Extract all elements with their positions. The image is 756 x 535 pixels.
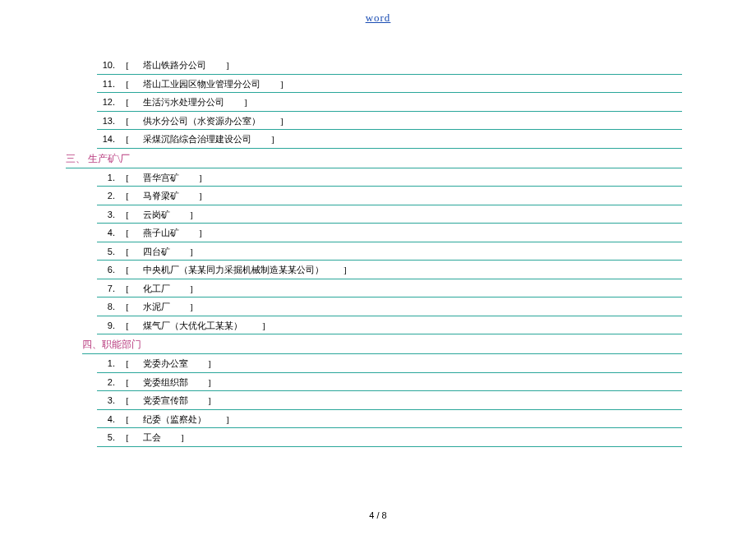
bracket-right: ] xyxy=(161,431,184,445)
bracket-right: ] xyxy=(170,300,193,314)
item-text: 化工厂 xyxy=(136,282,170,296)
item-number: 2. xyxy=(97,189,118,203)
item-text: 马脊梁矿 xyxy=(136,189,179,203)
item-number: 14. xyxy=(97,132,118,146)
bracket-left: [ xyxy=(118,357,136,371)
item-number: 7. xyxy=(97,282,118,296)
bracket-right: ] xyxy=(206,413,229,427)
bracket-left: [ xyxy=(118,132,136,146)
page-footer: 4 / 8 xyxy=(0,510,756,520)
document-content: 10.[塔山铁路分公司]11.[塔山工业园区物业管理分公司]12.[生活污水处理… xyxy=(0,39,756,447)
list-item: 1.[晋华宫矿] xyxy=(97,168,682,187)
bracket-left: [ xyxy=(118,263,136,277)
list-item: 4.[燕子山矿] xyxy=(97,224,682,242)
bracket-right: ] xyxy=(179,171,202,185)
word-link[interactable]: word xyxy=(366,12,391,24)
bracket-right: ] xyxy=(188,376,211,390)
bracket-left: [ xyxy=(118,300,136,314)
list-item: 12.[生活污水处理分公司] xyxy=(97,93,682,112)
item-text: 燕子山矿 xyxy=(136,226,179,240)
bracket-right: ] xyxy=(170,282,193,296)
item-text: 生活污水处理分公司 xyxy=(136,95,224,109)
item-text: 党委组织部 xyxy=(136,376,188,390)
list-item: 3.[党委宣传部] xyxy=(97,391,682,410)
item-text: 党委宣传部 xyxy=(136,394,188,408)
page-total: 8 xyxy=(382,510,387,520)
bracket-left: [ xyxy=(118,77,136,91)
item-text: 纪委（监察处） xyxy=(136,413,206,427)
bracket-right: ] xyxy=(179,189,202,203)
bracket-right: ] xyxy=(224,95,247,109)
list-item: 13.[供水分公司（水资源办公室）] xyxy=(97,112,682,131)
item-number: 11. xyxy=(97,77,118,91)
header-link-wrap: word xyxy=(0,0,756,39)
item-text: 四台矿 xyxy=(136,245,170,259)
bracket-right: ] xyxy=(188,357,211,371)
list-item: 3.[云岗矿] xyxy=(97,205,682,224)
bracket-right: ] xyxy=(260,77,284,91)
item-number: 1. xyxy=(97,357,118,371)
bracket-right: ] xyxy=(170,245,193,259)
item-number: 13. xyxy=(97,114,118,128)
item-text: 水泥厂 xyxy=(136,300,170,314)
bracket-left: [ xyxy=(118,95,136,109)
bracket-left: [ xyxy=(118,171,136,185)
item-number: 3. xyxy=(97,394,118,408)
list-item: 10.[塔山铁路分公司] xyxy=(97,56,682,75)
item-number: 5. xyxy=(97,245,118,259)
item-number: 8. xyxy=(97,300,118,314)
bracket-right: ] xyxy=(188,394,211,408)
list-item: 1.[党委办公室] xyxy=(97,354,682,373)
item-number: 3. xyxy=(97,208,118,222)
item-number: 12. xyxy=(97,95,118,109)
list-item: 2.[马脊梁矿] xyxy=(97,187,682,205)
bracket-left: [ xyxy=(118,376,136,390)
bracket-left: [ xyxy=(118,319,136,333)
bracket-left: [ xyxy=(118,431,136,445)
bracket-right: ] xyxy=(242,319,265,333)
list-item: 8.[水泥厂] xyxy=(97,297,682,316)
bracket-right: ] xyxy=(251,132,274,146)
bracket-left: [ xyxy=(118,413,136,427)
bracket-right: ] xyxy=(170,208,193,222)
item-number: 9. xyxy=(97,319,118,333)
list-item: 2.[党委组织部] xyxy=(97,373,682,392)
bracket-left: [ xyxy=(118,189,136,203)
bracket-left: [ xyxy=(118,226,136,240)
item-text: 塔山铁路分公司 xyxy=(136,58,206,72)
page-sep: / xyxy=(374,510,381,520)
section-title: 四、职能部门 xyxy=(82,334,682,354)
item-number: 4. xyxy=(97,226,118,240)
bracket-left: [ xyxy=(118,58,136,72)
bracket-left: [ xyxy=(118,208,136,222)
list-item: 14.[采煤沉陷综合治理建设公司] xyxy=(97,130,682,149)
item-text: 党委办公室 xyxy=(136,357,188,371)
list-item: 7.[化工厂] xyxy=(97,279,682,298)
item-text: 工会 xyxy=(136,431,161,445)
bracket-right: ] xyxy=(179,226,202,240)
item-number: 6. xyxy=(97,263,118,277)
list-item: 4.[纪委（监察处）] xyxy=(97,410,682,429)
list-item: 9.[煤气厂（大优化工某某）] xyxy=(97,316,682,335)
item-number: 1. xyxy=(97,171,118,185)
bracket-left: [ xyxy=(118,394,136,408)
bracket-right: ] xyxy=(260,114,284,128)
item-text: 中央机厂（某某同力采掘机械制造某某公司） xyxy=(136,263,324,277)
item-number: 4. xyxy=(97,413,118,427)
bracket-right: ] xyxy=(206,58,229,72)
section-title: 三、 生产矿\厂 xyxy=(66,149,682,168)
item-text: 云岗矿 xyxy=(136,208,170,222)
list-item: 5.[四台矿] xyxy=(97,242,682,261)
item-number: 5. xyxy=(97,431,118,445)
item-number: 2. xyxy=(97,376,118,390)
bracket-left: [ xyxy=(118,245,136,259)
list-item: 11.[塔山工业园区物业管理分公司] xyxy=(97,75,682,94)
list-item: 6.[中央机厂（某某同力采掘机械制造某某公司）] xyxy=(97,261,682,279)
bracket-right: ] xyxy=(324,263,347,277)
list-item: 5.[工会] xyxy=(97,428,682,447)
item-text: 塔山工业园区物业管理分公司 xyxy=(136,77,260,91)
item-text: 采煤沉陷综合治理建设公司 xyxy=(136,132,251,146)
bracket-left: [ xyxy=(118,282,136,296)
item-number: 10. xyxy=(97,58,118,72)
bracket-left: [ xyxy=(118,114,136,128)
